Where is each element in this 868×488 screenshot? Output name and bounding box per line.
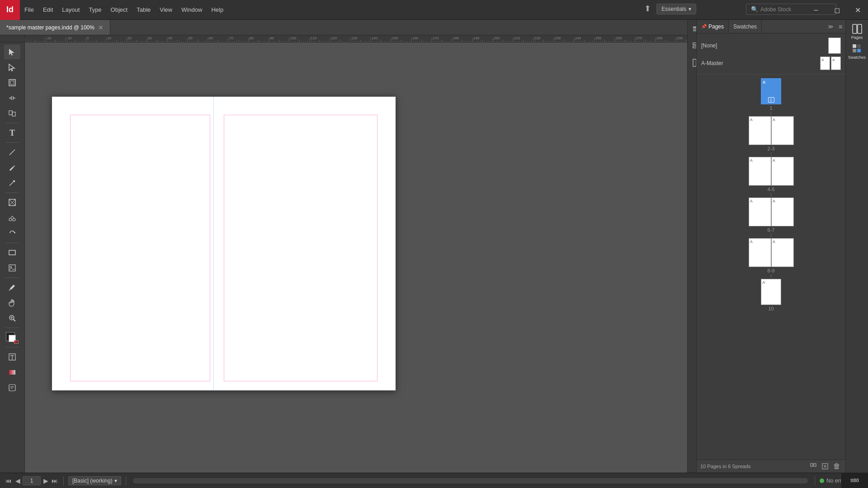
photo-frame-tool-btn[interactable] — [4, 261, 20, 275]
page-7-thumb[interactable]: A — [771, 197, 794, 226]
spread-1-pages: A 1 — [761, 78, 781, 104]
spread-connector — [771, 112, 771, 115]
far-right-panel: Pages Swatches — [845, 20, 868, 473]
swatches-panel-icon[interactable]: Swatches — [848, 43, 866, 60]
horizontal-ruler: -20-100102030405060708090100110120130140… — [25, 35, 705, 42]
pages-panel: 📌 Pages Swatches ≫ ≡ [None] A-Master A A — [696, 20, 845, 473]
pages-spreads: A 1 1 A A 2-3 A A 4-5 — [697, 75, 845, 460]
panel-menu-btn[interactable]: ≡ — [835, 20, 845, 33]
gap-tool-btn[interactable] — [4, 91, 20, 105]
page-6-thumb[interactable]: A — [749, 197, 771, 226]
type-tool-btn[interactable]: T — [4, 126, 20, 140]
page-2-thumb[interactable]: A — [749, 116, 771, 145]
zoom-level-display: tI80 — [841, 473, 868, 488]
chevron-down-icon: ▾ — [114, 478, 117, 484]
color-swatch-btn[interactable] — [4, 330, 20, 345]
svg-rect-622 — [9, 385, 15, 391]
menu-view[interactable]: View — [155, 0, 177, 20]
spread-1[interactable]: A 1 1 — [761, 78, 781, 111]
menu-edit[interactable]: Edit — [38, 0, 57, 20]
page-10-thumb[interactable]: A — [761, 279, 781, 305]
page-3-thumb[interactable]: A — [771, 116, 794, 145]
restore-button[interactable]: ◻ — [826, 0, 847, 20]
menu-bar: Id File Edit Layout Type Object Table Vi… — [0, 0, 868, 20]
page-tool-btn[interactable] — [4, 75, 20, 90]
menu-file[interactable]: File — [20, 0, 38, 20]
spread-10[interactable]: A 10 — [761, 279, 781, 311]
last-page-btn[interactable]: ⏭ — [51, 477, 59, 485]
gradient-feather-btn[interactable] — [4, 365, 20, 380]
pages-panel-icon[interactable]: Pages — [851, 23, 863, 40]
menu-object[interactable]: Object — [106, 0, 132, 20]
first-page-btn[interactable]: ⏮ — [5, 477, 13, 485]
spread-2-3[interactable]: A A 2-3 — [749, 116, 794, 151]
spread-4-5[interactable]: A A 4-5 — [749, 157, 794, 192]
note-tool-btn[interactable] — [4, 380, 20, 395]
close-button[interactable]: ✕ — [847, 0, 868, 20]
select-tool-btn[interactable] — [4, 45, 20, 59]
horizontal-scrollbar[interactable] — [133, 478, 808, 483]
menu-layout[interactable]: Layout — [57, 0, 84, 20]
rotate-tool-btn[interactable] — [4, 226, 20, 240]
minimize-button[interactable]: – — [806, 0, 826, 20]
none-master-label: [None] — [701, 42, 824, 49]
tool-separator-1 — [5, 123, 19, 123]
next-page-btn[interactable]: ▶ — [42, 477, 50, 485]
line-tool-btn[interactable] — [4, 145, 20, 160]
delete-page-btn[interactable]: 🗑 — [832, 462, 842, 471]
menu-help[interactable]: Help — [207, 0, 228, 20]
style-dropdown[interactable]: [Basic] (working) ▾ — [68, 476, 121, 485]
share-icon[interactable]: ⬆ — [644, 4, 651, 14]
tool-separator-4 — [5, 243, 19, 243]
spread-connector-4 — [771, 234, 771, 237]
menu-table[interactable]: Table — [132, 0, 155, 20]
spread-8-9[interactable]: A A 8-9 — [749, 238, 794, 273]
tool-separator-3 — [5, 192, 19, 193]
svg-text:10: 10 — [107, 36, 111, 40]
hand-tool-btn[interactable] — [4, 296, 20, 310]
rect-frame-tool-btn[interactable] — [4, 195, 20, 210]
svg-line-601 — [9, 182, 13, 186]
left-toolbar: T — [0, 42, 25, 473]
svg-text:190: 190 — [473, 36, 480, 40]
menu-type[interactable]: Type — [84, 0, 106, 20]
svg-rect-636 — [853, 49, 856, 52]
spread-6-7-pages: A A — [749, 197, 794, 226]
add-master-btn[interactable] — [808, 462, 818, 471]
menu-window[interactable]: Window — [177, 0, 207, 20]
masters-section: [None] A-Master A A — [697, 33, 845, 75]
page-1-thumb[interactable]: A 1 — [761, 78, 781, 104]
pencil-tool-btn[interactable] — [4, 176, 20, 190]
spread-6-7[interactable]: A A 6-7 — [749, 197, 794, 233]
scissors-tool-btn[interactable] — [4, 211, 20, 225]
spread-2-3-pages: A A — [749, 116, 794, 145]
zoom-tool-btn[interactable] — [4, 311, 20, 325]
swatches-tab[interactable]: Swatches — [729, 20, 762, 33]
svg-rect-638 — [811, 464, 813, 466]
frame-text-btn[interactable] — [4, 350, 20, 364]
rect-tool-btn[interactable] — [4, 245, 20, 260]
document-tab[interactable]: *sample master pages.indd @ 100% ✕ — [0, 20, 110, 35]
page-9-thumb[interactable]: A — [771, 238, 794, 267]
page-8-thumb[interactable]: A — [749, 238, 771, 267]
add-page-btn[interactable] — [820, 462, 830, 471]
svg-line-613 — [9, 289, 10, 291]
svg-rect-634 — [853, 44, 856, 48]
direct-select-tool-btn[interactable] — [4, 60, 20, 75]
page-number-input[interactable] — [23, 476, 41, 485]
tab-close-icon[interactable]: ✕ — [98, 24, 104, 31]
prev-page-btn[interactable]: ◀ — [14, 477, 22, 485]
document-page — [52, 97, 396, 390]
content-collector-btn[interactable] — [4, 106, 20, 121]
page-5-thumb[interactable]: A — [771, 157, 794, 186]
pen-tool-btn[interactable] — [4, 160, 20, 175]
eyedropper-tool-btn[interactable] — [4, 280, 20, 295]
page-4-thumb[interactable]: A — [749, 157, 771, 186]
panel-expand-btn[interactable]: ≫ — [826, 20, 835, 33]
essentials-button[interactable]: Essentials ▾ — [656, 4, 696, 14]
canvas-area[interactable] — [25, 42, 705, 473]
spread-6-7-label: 6-7 — [768, 227, 775, 233]
pages-tab[interactable]: 📌 Pages — [697, 20, 729, 33]
pin-icon: 📌 — [701, 24, 707, 29]
pages-panel-label: Pages — [851, 35, 863, 40]
